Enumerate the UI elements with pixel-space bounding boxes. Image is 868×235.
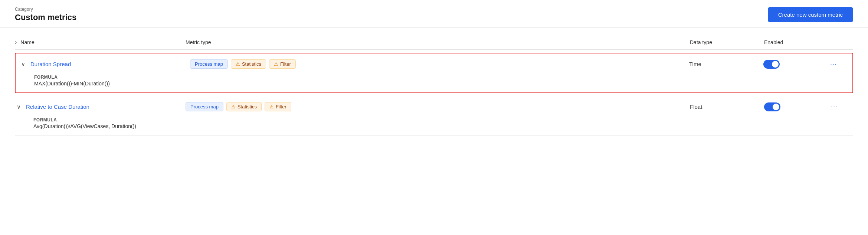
duration-spread-name[interactable]: Duration Spread bbox=[30, 61, 71, 67]
duration-spread-formula-value: MAX(Duration())-MIN(Duration()) bbox=[34, 81, 852, 87]
duration-spread-chevron[interactable]: ∨ bbox=[19, 61, 27, 68]
relative-case-duration-formula: FORMULA Avg(Duration())/AVG(ViewCases, D… bbox=[15, 117, 853, 135]
tag-process-map-0: Process map bbox=[190, 59, 228, 69]
duration-spread-more-button[interactable]: ··· bbox=[830, 60, 837, 68]
relative-case-duration-chevron[interactable]: ∨ bbox=[15, 104, 22, 110]
expand-all-button[interactable]: › bbox=[15, 39, 17, 46]
col-header-name: Name bbox=[20, 39, 34, 45]
duration-spread-toggle[interactable] bbox=[763, 60, 780, 69]
tag-process-map-label-1: Process map bbox=[190, 104, 219, 110]
relative-case-duration-formula-value: Avg(Duration())/AVG(ViewCases, Duration(… bbox=[33, 123, 853, 129]
tag-statistics-0: ⚠ Statistics bbox=[231, 59, 266, 69]
duration-spread-data-type: Time bbox=[689, 61, 763, 67]
category-label: Category bbox=[15, 7, 76, 12]
tag-filter-0: ⚠ Filter bbox=[269, 59, 296, 69]
relative-case-duration-tags: Process map ⚠ Statistics ⚠ Filter bbox=[186, 102, 690, 111]
relative-case-duration-name[interactable]: Relative to Case Duration bbox=[26, 104, 89, 110]
create-custom-metric-button[interactable]: Create new custom metric bbox=[768, 7, 853, 22]
tag-process-map-label-0: Process map bbox=[195, 61, 223, 67]
metrics-table: › Name Metric type Data type Enabled ∨ D… bbox=[0, 28, 868, 143]
warning-icon-filter-1: ⚠ bbox=[269, 104, 274, 110]
tag-process-map-1: Process map bbox=[186, 102, 223, 111]
col-header-data-type: Data type bbox=[690, 39, 764, 45]
relative-case-duration-data-type: Float bbox=[690, 104, 764, 110]
metric-row-duration-spread: ∨ Duration Spread Process map ⚠ Statisti… bbox=[15, 53, 853, 93]
table-header-row: › Name Metric type Data type Enabled bbox=[15, 35, 853, 50]
relative-case-duration-name-cell: ∨ Relative to Case Duration bbox=[15, 104, 186, 110]
warning-icon-stat-1: ⚠ bbox=[231, 104, 236, 110]
tag-filter-label-1: Filter bbox=[276, 104, 286, 110]
duration-spread-name-cell: ∨ Duration Spread bbox=[19, 61, 190, 68]
warning-icon-filter-0: ⚠ bbox=[274, 61, 278, 67]
relative-case-duration-formula-label: FORMULA bbox=[33, 117, 853, 123]
page-title: Custom metrics bbox=[15, 13, 76, 22]
tag-filter-label-0: Filter bbox=[280, 61, 291, 67]
duration-spread-formula-label: FORMULA bbox=[34, 75, 852, 80]
duration-spread-main-row: ∨ Duration Spread Process map ⚠ Statisti… bbox=[16, 53, 852, 75]
warning-icon-stat-0: ⚠ bbox=[236, 61, 240, 67]
relative-case-duration-toggle[interactable] bbox=[764, 102, 780, 111]
tag-statistics-label-0: Statistics bbox=[242, 61, 261, 67]
col-header-metric-type: Metric type bbox=[186, 39, 690, 45]
page-header: Category Custom metrics Create new custo… bbox=[0, 0, 868, 28]
expand-all-icon: › bbox=[15, 39, 17, 46]
duration-spread-formula: FORMULA MAX(Duration())-MIN(Duration()) bbox=[16, 75, 852, 92]
tag-filter-1: ⚠ Filter bbox=[265, 102, 291, 111]
col-header-enabled: Enabled bbox=[764, 39, 831, 45]
tag-statistics-label-1: Statistics bbox=[238, 104, 257, 110]
metric-row-relative-case-duration: ∨ Relative to Case Duration Process map … bbox=[15, 96, 853, 136]
relative-case-duration-main-row: ∨ Relative to Case Duration Process map … bbox=[15, 96, 853, 117]
relative-case-duration-more-button[interactable]: ··· bbox=[831, 103, 838, 111]
tag-statistics-1: ⚠ Statistics bbox=[226, 102, 262, 111]
header-title-group: Category Custom metrics bbox=[15, 7, 76, 22]
duration-spread-tags: Process map ⚠ Statistics ⚠ Filter bbox=[190, 59, 689, 69]
